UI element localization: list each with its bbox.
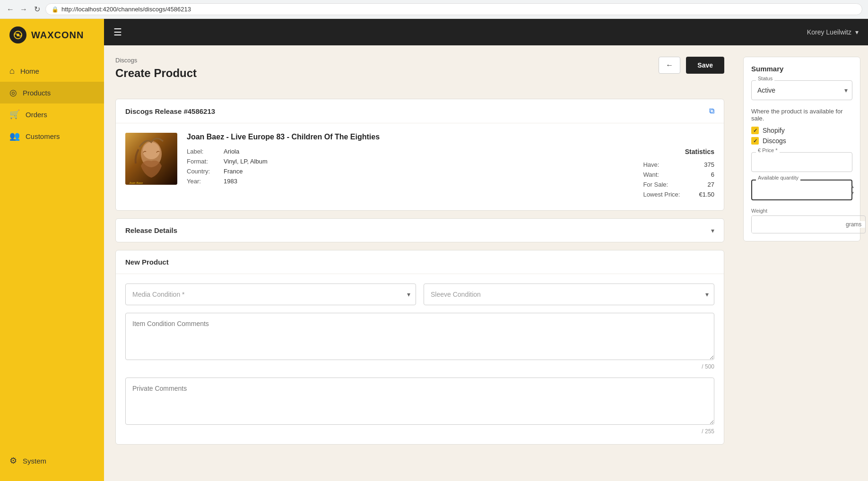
system-icon: ⚙ [9, 455, 17, 466]
price-label: € Price * [756, 147, 780, 153]
meta-row-year: Year: 1983 [187, 178, 268, 185]
page-header-actions: ← Save [659, 57, 724, 74]
user-name: Korey Lueilwitz [807, 28, 851, 36]
lowest-price-label: Lowest Price: [643, 191, 680, 198]
status-field: Status Active ▾ [751, 80, 852, 100]
release-details-title: Release Details [125, 226, 177, 234]
sidebar-bottom: ⚙ System [0, 440, 104, 481]
discogs-checkbox-row: Discogs [751, 137, 852, 145]
country-key: Country: [187, 168, 220, 175]
weight-input[interactable]: 230 [752, 216, 842, 233]
format-key: Format: [187, 158, 220, 165]
quantity-spinner: ▲ ▼ [846, 183, 859, 197]
sidebar-item-customers[interactable]: 👥 Customers [0, 125, 104, 147]
svg-text:Joan Baez: Joan Baez [129, 181, 143, 185]
sleeve-condition-select[interactable]: Sleeve Condition [424, 283, 714, 305]
year-val: 1983 [224, 178, 237, 185]
item-condition-textarea[interactable] [125, 313, 714, 360]
release-details-header[interactable]: Release Details ▾ [116, 219, 724, 242]
weight-input-wrap: 230 grams [751, 215, 866, 233]
weight-label: Weight [751, 208, 866, 214]
sidebar: WAXCONN ⌂ Home ◎ Products 🛒 Orders 👥 Cus… [0, 19, 104, 481]
status-group: Status Active ▾ [751, 80, 852, 100]
orders-icon: 🛒 [9, 109, 20, 120]
discogs-release-title: Discogs Release #4586213 [125, 107, 215, 115]
topbar: ☰ Korey Lueilwitz ▾ [104, 19, 868, 45]
logo: WAXCONN [0, 19, 104, 51]
logo-icon [9, 26, 26, 43]
price-field: € Price * [751, 152, 852, 172]
home-icon: ⌂ [9, 66, 15, 76]
page-title: Create Product [115, 67, 197, 80]
label-val: Ariola [224, 148, 239, 155]
meta-row-label: Label: Ariola [187, 148, 268, 155]
new-product-body: Media Condition * ▾ Sleeve Condition ▾ [116, 274, 724, 444]
release-details-main: Joan Baez - Live Europe 83 - Children Of… [187, 133, 714, 201]
weight-counts-row: Weight 230 grams Counts as 1 items [751, 208, 852, 233]
have-val: 375 [704, 161, 714, 168]
availability-text: Where the product is available for sale. [751, 108, 852, 122]
main-with-topbar: ☰ Korey Lueilwitz ▾ Discogs Create Produ… [104, 19, 868, 481]
new-product-card: New Product Media Condition * ▾ [115, 250, 724, 445]
svg-point-5 [143, 142, 160, 159]
products-icon: ◎ [9, 87, 17, 98]
customers-icon: 👥 [9, 131, 20, 141]
release-info: Joan Baez Joan Baez - Live Europe 83 - C… [125, 133, 714, 201]
sidebar-item-products[interactable]: ◎ Products [0, 82, 104, 103]
quantity-up-button[interactable]: ▲ [849, 183, 856, 190]
hamburger-button[interactable]: ☰ [113, 26, 122, 38]
quantity-down-button[interactable]: ▼ [849, 190, 856, 197]
sleeve-condition-field: Sleeve Condition ▾ [424, 283, 714, 305]
save-button[interactable]: Save [686, 57, 724, 74]
for-sale-label: For Sale: [643, 181, 668, 188]
reload-button[interactable]: ↻ [32, 5, 42, 14]
quantity-field: Available quantity 10 ▲ ▼ [751, 180, 852, 200]
shopify-label: Shopify [763, 127, 785, 134]
meta-row-country: Country: France [187, 168, 268, 175]
media-condition-select[interactable]: Media Condition * [125, 283, 416, 305]
external-link-icon[interactable]: ⧉ [709, 107, 714, 115]
summary-title: Summary [751, 65, 852, 73]
stat-row-have: Have: 375 [643, 161, 714, 168]
app-container: WAXCONN ⌂ Home ◎ Products 🛒 Orders 👥 Cus… [0, 19, 868, 481]
release-details-card: Release Details ▾ [115, 218, 724, 242]
quantity-input[interactable]: 10 [752, 180, 846, 199]
release-stats: Statistics Have: 375 Want: 6 [643, 148, 714, 201]
have-label: Have: [643, 161, 659, 168]
discogs-label: Discogs [763, 137, 786, 145]
quantity-input-wrap: 10 ▲ ▼ [751, 180, 852, 200]
user-chevron-icon: ▾ [855, 28, 859, 36]
stat-row-forsale: For Sale: 27 [643, 181, 714, 188]
discogs-checkbox[interactable] [751, 137, 759, 145]
shopify-checkbox[interactable] [751, 127, 759, 134]
availability-section: Where the product is available for sale.… [751, 108, 852, 145]
quantity-label: Available quantity [756, 175, 800, 180]
forward-nav-button[interactable]: → [19, 5, 28, 14]
user-menu[interactable]: Korey Lueilwitz ▾ [807, 28, 859, 36]
page-header: Discogs Create Product ← Save [115, 57, 724, 89]
year-key: Year: [187, 178, 220, 185]
stat-row-want: Want: 6 [643, 171, 714, 178]
price-input[interactable] [751, 152, 852, 172]
back-button[interactable]: ← [659, 57, 680, 74]
meta-row-format: Format: Vinyl, LP, Album [187, 158, 268, 165]
sidebar-item-orders[interactable]: 🛒 Orders [0, 103, 104, 125]
stat-row-lowest: Lowest Price: €1.50 [643, 191, 714, 198]
status-select[interactable]: Active [751, 80, 852, 100]
back-nav-button[interactable]: ← [6, 5, 15, 14]
discogs-release-body: Joan Baez Joan Baez - Live Europe 83 - C… [116, 123, 724, 210]
sidebar-item-label: Home [20, 67, 39, 75]
new-product-title: New Product [125, 258, 169, 266]
sidebar-item-home[interactable]: ⌂ Home [0, 60, 104, 82]
sidebar-item-label: Customers [26, 132, 60, 140]
new-product-card-header: New Product [116, 250, 724, 274]
url-bar: 🔒 http://localhost:4200/channels/discogs… [45, 3, 862, 15]
sidebar-item-system[interactable]: ⚙ System [9, 450, 95, 472]
album-cover: Joan Baez [125, 133, 177, 185]
private-comments-textarea[interactable] [125, 378, 714, 425]
release-meta: Label: Ariola Format: Vinyl, LP, Album [187, 148, 714, 201]
private-comments-wrapper: / 255 [125, 378, 714, 435]
page-header-text: Discogs Create Product [115, 57, 197, 89]
condition-row: Media Condition * ▾ Sleeve Condition ▾ [125, 283, 714, 305]
logo-text: WAXCONN [31, 30, 84, 41]
